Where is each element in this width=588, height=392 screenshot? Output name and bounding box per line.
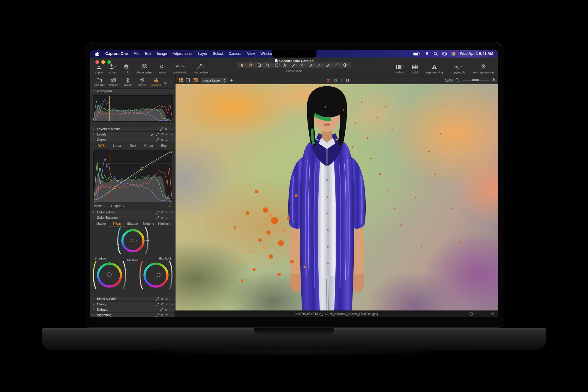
zoom-slider[interactable] [462, 80, 489, 81]
zoom-in-icon[interactable] [492, 78, 496, 82]
import-button[interactable]: Import [94, 63, 104, 74]
menu-adjustments[interactable]: Adjustments [172, 52, 192, 56]
color-sampler-tool[interactable]: ▾ [343, 63, 349, 67]
curve-graph[interactable] [93, 150, 172, 202]
tab-style[interactable]: STYLE [135, 78, 148, 87]
luminance-arc[interactable] [122, 260, 127, 290]
curve-tab-rgb[interactable]: RGB [93, 144, 109, 149]
erase-mask-tool[interactable]: ▾ [317, 63, 323, 67]
before-button[interactable]: ▾ Before [395, 63, 404, 74]
reset-icon[interactable]: ↺ [161, 313, 164, 317]
heal-tool[interactable]: ▾ [300, 63, 306, 67]
draw-mask-tool[interactable]: ▾ [291, 63, 297, 67]
tab-library[interactable]: LIBRARY [93, 78, 106, 87]
spotlight-search-icon[interactable] [434, 52, 438, 56]
reset-icon[interactable]: ↺ [161, 303, 164, 306]
wheel-marker[interactable] [131, 239, 134, 242]
more-icon[interactable]: ··· [170, 303, 173, 306]
crop-tool[interactable]: ▾ [266, 63, 272, 67]
add-layer-chevron-icon[interactable]: ▾ [236, 79, 237, 82]
copy-adjustments-icon[interactable] [156, 133, 159, 136]
cb-tab-highlight[interactable]: Highlight [156, 222, 172, 227]
more-icon[interactable]: ··· [170, 297, 173, 301]
layer-select-dropdown[interactable]: Image Layer [201, 78, 227, 83]
reset-icon[interactable]: ↺ [165, 127, 168, 131]
copy-adjustments-icon[interactable] [156, 303, 159, 306]
expand-tabs-icon[interactable]: » [164, 80, 166, 85]
highlight-color-wheel[interactable] [143, 263, 169, 288]
menubar-clock[interactable]: Wed Apr 1 9:41 AM [460, 52, 493, 56]
pen-tool[interactable]: ▾ [334, 63, 340, 67]
reset-icon[interactable]: ↺ [161, 133, 164, 136]
zoom-out-icon[interactable] [455, 78, 459, 82]
tab-options-icon[interactable]: ⋮ [169, 80, 173, 84]
zoom-slider-knob[interactable] [472, 79, 479, 81]
auto-adjust-button[interactable]: ▾ Auto Adjust [193, 63, 208, 74]
reset-icon[interactable]: ↺ [161, 138, 164, 141]
eyedropper-icon[interactable] [168, 204, 172, 208]
thumbnail-toggle-icon[interactable] [470, 312, 473, 316]
luminance-arc[interactable] [145, 227, 149, 254]
hue-ring[interactable] [143, 263, 169, 288]
menu-view[interactable]: View [247, 52, 255, 56]
wheel-marker[interactable] [107, 272, 112, 277]
curve-tab-red[interactable]: Red [125, 144, 141, 149]
undo-redo-button[interactable]: ↶↷ Undo/Redo [172, 63, 188, 74]
panel-header-levels[interactable]: › Levels ↺ ≡ ··· [90, 132, 175, 137]
panel-header-clarity[interactable]: › Clarity ↺ ≡ ··· [90, 301, 175, 307]
reset-button[interactable]: ↺▾ Reset [158, 63, 167, 74]
panel-header-color-editor[interactable]: › Color Editor ↺ ≡ ··· [90, 209, 175, 215]
reset-icon[interactable]: ↺ [161, 216, 164, 219]
fill-mask-tool[interactable]: ▾ [326, 63, 332, 67]
picker-icon[interactable] [150, 133, 154, 136]
loupe-tool[interactable]: ▾ [257, 63, 263, 67]
reset-icon[interactable]: ↺ [161, 297, 164, 301]
grid-button[interactable]: Grid [410, 63, 419, 74]
panel-header-histogram[interactable]: › Histogram ··· [90, 88, 175, 94]
pan-tool[interactable]: ▾ [248, 63, 254, 67]
multi-view-icon[interactable] [178, 78, 183, 82]
more-icon[interactable]: ··· [170, 127, 173, 131]
copy-adjustments-icon[interactable] [160, 127, 163, 131]
presets-icon[interactable]: ≡ [166, 313, 167, 317]
shadow-color-wheel[interactable] [97, 263, 122, 288]
clone-tool[interactable]: ▾ [308, 63, 314, 67]
cb-tab-master[interactable]: Master [93, 222, 109, 227]
panel-header-curve[interactable]: › Curve ↺ ≡ ··· [90, 137, 175, 142]
export-button[interactable]: ▾ Export [108, 63, 117, 74]
reset-icon[interactable]: ↺ [165, 308, 168, 311]
copy-adjustments-icon[interactable] [156, 313, 159, 317]
presets-icon[interactable]: ≡ [166, 138, 167, 141]
saturation-arc[interactable] [139, 260, 143, 290]
wheel-marker[interactable] [157, 273, 160, 277]
page-dots[interactable] [476, 313, 488, 314]
cull-button[interactable]: Cull [122, 63, 130, 74]
single-view-icon[interactable] [186, 78, 190, 82]
cb-tab-shadow[interactable]: Shadow [125, 222, 141, 227]
more-icon[interactable]: ··· [170, 211, 173, 214]
filmstrip-toggle-icon[interactable] [491, 312, 494, 316]
menu-edit[interactable]: Edit [145, 52, 151, 56]
copy-adjustments-icon[interactable] [160, 308, 163, 311]
panel-header-vignetting[interactable]: › Vignetting ↺ ≡ ··· [90, 312, 175, 317]
saturation-arc[interactable] [92, 260, 97, 290]
select-tool[interactable]: ▾ [240, 63, 246, 67]
presets-icon[interactable]: ≡ [166, 133, 167, 136]
midtone-color-wheel[interactable] [121, 229, 145, 252]
copy-adjustments-icon[interactable] [156, 216, 159, 219]
menu-window[interactable]: Window [260, 52, 273, 56]
more-icon[interactable]: ··· [170, 90, 173, 93]
panel-header-layers-masks[interactable]: › Layers & Masks ↺ ··· [90, 126, 175, 132]
saturation-arc[interactable] [117, 227, 121, 254]
curve-tab-green[interactable]: Green [141, 144, 157, 149]
curve-tab-blue[interactable]: Blue [156, 144, 172, 149]
copy-adjustments-icon[interactable] [156, 297, 159, 301]
my-capture-one-button[interactable]: My Capture One [472, 63, 494, 74]
panel-header-color-balance[interactable]: › Color Balance ↺ ≡ ··· [90, 215, 175, 220]
more-icon[interactable]: ··· [170, 313, 173, 317]
photo-canvas[interactable] [176, 84, 498, 310]
cb-tab-midtone[interactable]: Midtone [141, 222, 157, 227]
panel-header-dehaze[interactable]: › Dehaze ↺ ··· [90, 307, 175, 312]
apple-logo-icon[interactable] [95, 52, 99, 56]
menu-image[interactable]: Image [157, 52, 167, 56]
